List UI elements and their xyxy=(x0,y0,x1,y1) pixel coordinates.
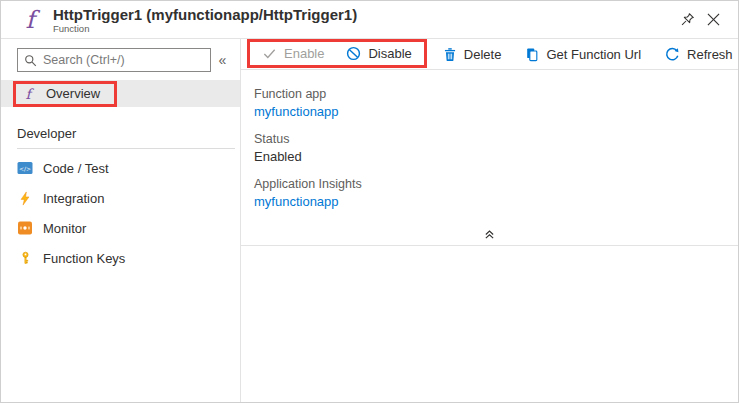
toolbar: Enable Disable xyxy=(241,39,738,69)
delete-button[interactable]: Delete xyxy=(443,47,502,62)
application-insights-link[interactable]: myfunctionapp xyxy=(254,193,738,210)
sidebar-section-developer: Developer xyxy=(1,126,240,141)
checkmark-icon xyxy=(262,46,277,61)
main-panel: Enable Disable xyxy=(241,39,738,402)
search-icon xyxy=(24,54,37,67)
function-blade-window: f HttpTrigger1 (myfunctionapp/HttpTrigge… xyxy=(0,0,739,403)
search-input[interactable] xyxy=(43,53,204,67)
enable-button[interactable]: Enable xyxy=(262,46,324,61)
page-title: HttpTrigger1 (myfunctionapp/HttpTrigger1… xyxy=(53,6,357,23)
disable-label: Disable xyxy=(368,46,411,61)
function-app-link[interactable]: myfunctionapp xyxy=(254,103,738,120)
search-row: « xyxy=(1,39,240,80)
copy-url-icon xyxy=(525,47,539,62)
close-button[interactable] xyxy=(700,7,726,33)
sidebar-item-label: Function Keys xyxy=(43,251,125,266)
get-function-url-label: Get Function Url xyxy=(546,47,641,62)
pin-icon xyxy=(680,12,695,27)
delete-label: Delete xyxy=(464,47,502,62)
sidebar-item-label: Code / Test xyxy=(43,161,109,176)
page-subtitle: Function xyxy=(53,23,357,34)
function-icon: f xyxy=(15,8,45,32)
sidebar-item-overview[interactable]: f Overview xyxy=(1,80,240,107)
sidebar-item-label: Monitor xyxy=(43,221,86,236)
collapse-essentials-button[interactable] xyxy=(241,223,738,245)
field-function-app: Function app myfunctionapp xyxy=(254,86,738,120)
overview-essentials: Function app myfunctionapp Status Enable… xyxy=(241,70,738,221)
close-icon xyxy=(707,13,720,26)
lightning-icon xyxy=(18,191,32,206)
sidebar-divider xyxy=(17,148,235,149)
code-icon: </> xyxy=(17,160,33,176)
field-application-insights: Application Insights myfunctionapp xyxy=(254,176,738,210)
field-label: Application Insights xyxy=(254,176,738,193)
collapse-menu-button[interactable]: « xyxy=(211,52,234,68)
refresh-icon xyxy=(665,47,680,62)
svg-text:</>: </> xyxy=(19,165,31,172)
function-icon: f xyxy=(20,86,36,102)
pin-button[interactable] xyxy=(674,7,700,33)
sidebar-item-integration[interactable]: Integration xyxy=(1,183,240,213)
trash-icon xyxy=(443,47,457,62)
sidebar: « f Overview Developer </> Code / Test xyxy=(1,39,241,402)
sidebar-item-function-keys[interactable]: Function Keys xyxy=(1,243,240,273)
prohibition-icon xyxy=(346,46,361,61)
disable-button[interactable]: Disable xyxy=(346,46,411,61)
monitor-icon xyxy=(17,220,33,236)
blade-header: f HttpTrigger1 (myfunctionapp/HttpTrigge… xyxy=(1,1,738,39)
sidebar-item-label: Integration xyxy=(43,191,104,206)
search-box[interactable] xyxy=(17,48,211,72)
sidebar-item-label: Overview xyxy=(46,86,100,101)
toolbar-highlight-box: Enable Disable xyxy=(247,39,427,68)
get-function-url-button[interactable]: Get Function Url xyxy=(525,47,641,62)
enable-label: Enable xyxy=(284,46,324,61)
status-value: Enabled xyxy=(254,148,738,165)
field-label: Status xyxy=(254,131,738,148)
sidebar-item-code-test[interactable]: </> Code / Test xyxy=(1,153,240,183)
title-block: HttpTrigger1 (myfunctionapp/HttpTrigger1… xyxy=(53,6,357,34)
overview-highlight-box: f Overview xyxy=(13,81,117,107)
field-label: Function app xyxy=(254,86,738,103)
chevron-double-up-icon xyxy=(483,228,496,241)
refresh-button[interactable]: Refresh xyxy=(665,47,733,62)
sidebar-item-monitor[interactable]: Monitor xyxy=(1,213,240,243)
empty-content-area xyxy=(241,246,738,402)
refresh-label: Refresh xyxy=(687,47,733,62)
field-status: Status Enabled xyxy=(254,131,738,165)
key-icon xyxy=(19,250,32,266)
